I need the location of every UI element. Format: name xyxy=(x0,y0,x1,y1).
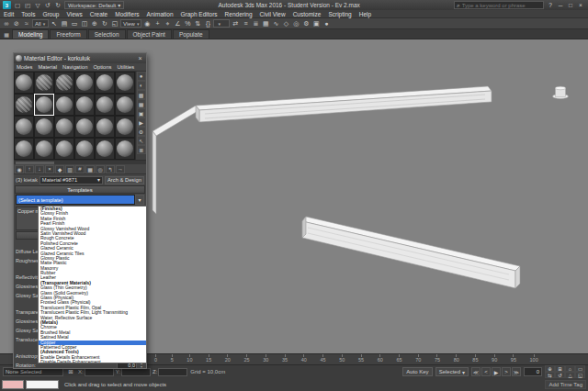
me-menu-material[interactable]: Material xyxy=(35,64,60,70)
close-icon[interactable]: × xyxy=(136,54,144,62)
railing-front-rail[interactable] xyxy=(302,217,520,288)
maxscript-mini-listener[interactable] xyxy=(26,380,59,389)
sample-slot[interactable] xyxy=(14,116,34,138)
sample-slot[interactable] xyxy=(34,116,54,138)
current-frame-field[interactable]: 0 xyxy=(524,367,542,376)
material-editor-icon[interactable]: ◎ xyxy=(291,19,300,28)
tab-selection[interactable]: Selection xyxy=(88,29,126,39)
me-menu-options[interactable]: Options xyxy=(90,64,114,70)
sample-uv-tiling-icon[interactable]: ▦ xyxy=(137,99,146,108)
tab-object-paint[interactable]: Object Paint xyxy=(127,29,172,39)
zoom-extents-icon[interactable]: ⌂ xyxy=(565,365,575,372)
save-file-icon[interactable]: ▽ xyxy=(33,1,42,10)
make-preview-icon[interactable]: ▶ xyxy=(137,117,146,127)
sample-slot[interactable] xyxy=(34,94,54,116)
use-pivot-center-icon[interactable]: ◉ xyxy=(142,19,152,28)
sample-type-icon[interactable]: ● xyxy=(137,72,146,81)
assign-to-selection-icon[interactable]: ↓ xyxy=(35,165,44,173)
sample-slot[interactable] xyxy=(74,94,95,116)
field-of-view-icon[interactable]: △ xyxy=(565,372,575,378)
maximize-viewport-icon[interactable]: ◱ xyxy=(575,372,585,378)
menu-customize[interactable]: Customize xyxy=(289,11,325,17)
video-color-check-icon[interactable]: ▣ xyxy=(137,108,146,117)
mirror-icon[interactable]: ⇄ xyxy=(231,19,240,28)
menu-tools[interactable]: Tools xyxy=(17,11,39,17)
material-map-navigator-icon[interactable]: ≣ xyxy=(137,145,146,154)
sample-slot[interactable] xyxy=(54,72,74,94)
menu-edit[interactable]: Edit xyxy=(0,11,17,17)
templates-rollout-header[interactable]: Templates xyxy=(15,185,145,194)
maxscript-mini-listener-macro[interactable] xyxy=(2,380,24,389)
sample-slot[interactable] xyxy=(34,138,54,160)
select-by-name-icon[interactable]: ▤ xyxy=(60,19,69,28)
sample-slot[interactable] xyxy=(14,72,34,94)
railing-left-wall[interactable] xyxy=(153,106,199,214)
go-to-start-icon[interactable]: ≪ xyxy=(471,367,481,376)
tab-populate[interactable]: Populate xyxy=(173,29,209,39)
render-icon[interactable]: ● xyxy=(322,19,331,28)
sample-slot[interactable] xyxy=(14,138,34,160)
get-material-icon[interactable]: ◉ xyxy=(15,165,24,173)
material-id-icon[interactable]: # xyxy=(75,165,85,173)
sample-slot[interactable] xyxy=(95,116,115,138)
add-time-tag-button[interactable]: Add Time Tag xyxy=(545,380,586,389)
restore-icon[interactable]: □ xyxy=(566,1,575,10)
select-move-icon[interactable]: ⊕ xyxy=(90,19,99,28)
ribbon-config-icon[interactable]: ▦ xyxy=(2,30,11,39)
menu-animation[interactable]: Animation xyxy=(143,11,177,17)
orbit-icon[interactable]: ↺ xyxy=(555,372,565,378)
menu-create[interactable]: Create xyxy=(86,11,112,17)
sample-slot[interactable] xyxy=(95,94,115,116)
spinner-snap-icon[interactable]: ⇅ xyxy=(193,19,202,28)
sample-slot[interactable] xyxy=(74,72,95,94)
help-icon[interactable]: ? xyxy=(546,1,555,10)
tab-freeform[interactable]: Freeform xyxy=(50,29,86,39)
angle-snap-icon[interactable]: ∠ xyxy=(173,19,182,28)
reset-map-icon[interactable]: × xyxy=(45,165,54,173)
menu-help[interactable]: Help xyxy=(356,11,375,17)
select-manipulate-icon[interactable]: + xyxy=(153,19,162,28)
bind-to-spacewarp-icon[interactable]: ≈ xyxy=(22,19,31,28)
sample-slot[interactable] xyxy=(115,116,135,138)
next-frame-icon[interactable]: > xyxy=(502,367,511,376)
selection-filter-dropdown[interactable]: All▾ xyxy=(32,19,49,28)
tab-modeling[interactable]: Modeling xyxy=(12,29,49,39)
play-icon[interactable]: ▶ xyxy=(492,367,501,376)
redo-icon[interactable]: ↻ xyxy=(53,1,62,10)
menu-scripting[interactable]: Scripting xyxy=(324,11,355,17)
selected-dropdown[interactable]: Selected ▾ xyxy=(435,367,469,376)
minimize-icon[interactable]: ─ xyxy=(556,1,565,10)
rendered-frame-icon[interactable]: ▣ xyxy=(311,19,321,28)
select-by-material-icon[interactable]: ↖ xyxy=(137,136,146,145)
named-selection-sets-icon[interactable]: {} xyxy=(203,19,212,28)
menu-modifiers[interactable]: Modifiers xyxy=(111,11,142,17)
sample-slot[interactable] xyxy=(74,116,95,138)
sample-slot[interactable] xyxy=(14,94,34,116)
close-icon[interactable]: × xyxy=(576,1,585,10)
percent-snap-icon[interactable]: % xyxy=(183,19,192,28)
material-type-button[interactable]: Arch & Design xyxy=(105,176,144,184)
menu-graph-editors[interactable]: Graph Editors xyxy=(177,11,221,17)
show-end-result-icon[interactable]: ◎ xyxy=(96,165,105,173)
previous-frame-icon[interactable]: < xyxy=(481,367,491,376)
go-to-end-icon[interactable]: ≫ xyxy=(512,367,521,376)
sample-slot[interactable] xyxy=(115,138,135,160)
undo-icon[interactable]: ↺ xyxy=(43,1,52,10)
menu-group[interactable]: Group xyxy=(39,11,62,17)
sample-slot[interactable] xyxy=(54,116,74,138)
pan-icon[interactable]: ⇆ xyxy=(545,372,555,378)
snaps-toggle-icon[interactable]: ⌖ xyxy=(163,19,172,28)
make-unique-icon[interactable]: ◆ xyxy=(55,165,64,173)
options-icon[interactable]: ⚙ xyxy=(137,127,146,136)
unlink-selection-icon[interactable]: ⊘ xyxy=(12,19,21,28)
search-input[interactable] xyxy=(462,3,541,8)
align-icon[interactable]: ≡ xyxy=(241,19,250,28)
cylinder-object[interactable] xyxy=(553,86,569,98)
material-name-dropdown[interactable]: Material #9871 ▾ xyxy=(40,176,103,184)
select-scale-icon[interactable]: ◱ xyxy=(110,19,119,28)
sample-slot[interactable] xyxy=(34,72,54,94)
max-logo-icon[interactable]: 3 xyxy=(3,1,11,9)
sample-slot[interactable] xyxy=(115,72,135,94)
chevron-down-icon[interactable]: ▾ xyxy=(135,195,144,205)
show-map-icon[interactable]: ▦ xyxy=(85,165,95,173)
